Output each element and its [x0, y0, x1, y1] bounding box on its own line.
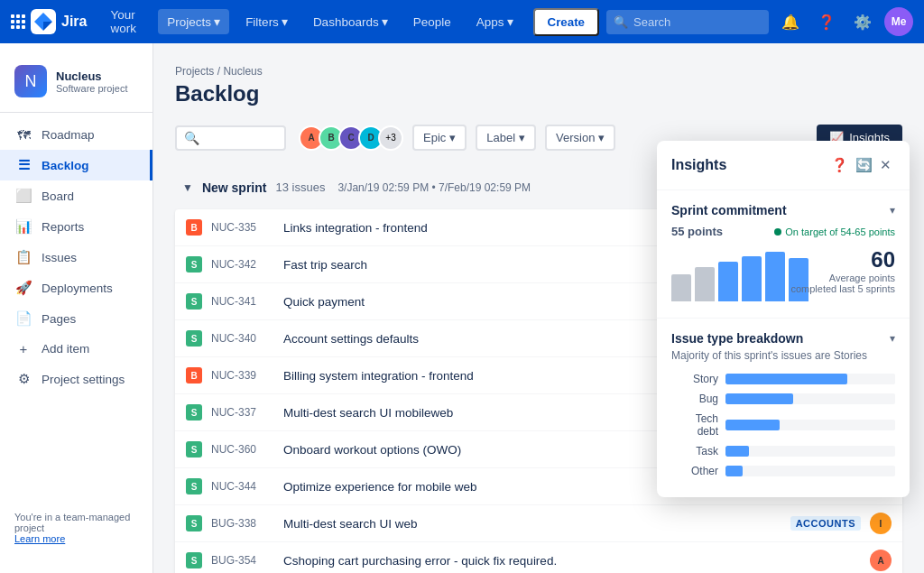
grid-icon [11, 14, 25, 29]
version-filter[interactable]: Version ▾ [545, 125, 615, 151]
breakdown-label-story: Story [671, 373, 718, 385]
on-target-label: On target of 54-65 points [774, 226, 895, 237]
version-filter-label: Version [556, 131, 595, 144]
help-icon[interactable]: ❓ [812, 7, 841, 36]
issue-type-icon: S [186, 515, 202, 531]
topnav-dashboards[interactable]: Dashboards ▾ [304, 9, 397, 34]
topnav-apps[interactable]: Apps ▾ [467, 9, 522, 34]
breakdown-bar-bg-other [725, 466, 895, 476]
sidebar-label-backlog: Backlog [42, 159, 89, 172]
backlog-search[interactable]: 🔍 [175, 125, 286, 151]
settings-nav-icon: ⚙ [14, 371, 32, 387]
sidebar-item-board[interactable]: ⬜ Board [0, 180, 152, 211]
issue-key: NUC-360 [211, 443, 274, 456]
breakdown-bar-task [725, 446, 749, 457]
breakdown-row-task: Task [671, 445, 895, 457]
breakdown-row-bug: Bug [671, 393, 895, 405]
issue-type-icon: S [186, 404, 202, 421]
breakdown-label-task: Task [671, 445, 718, 457]
topnav-filters[interactable]: Filters ▾ [236, 9, 297, 34]
sprint-dates: 3/Jan/19 02:59 PM • 7/Feb/19 02:59 PM [337, 181, 531, 194]
issue-key: NUC-342 [211, 258, 274, 271]
sprint-count: 13 issues [275, 180, 325, 194]
breakdown-bar-techdebt [725, 420, 780, 430]
insights-help-button[interactable]: ❓ [827, 153, 852, 177]
topnav-people[interactable]: People [404, 10, 460, 34]
issue-key: BUG-338 [211, 517, 274, 530]
breakdown-bar-other [725, 466, 743, 476]
breakdown-bar-bug [725, 393, 793, 404]
breakdown-bar-story [725, 374, 847, 384]
deployments-icon: 🚀 [14, 280, 32, 296]
issue-label: ACCOUNTS [790, 516, 861, 531]
sidebar-item-deployments[interactable]: 🚀 Deployments [0, 273, 152, 303]
issue-type-icon: S [186, 441, 202, 457]
avg-points-sublabel: completed last 5 sprints [790, 283, 895, 294]
app-layout: N Nucleus Software project 🗺 Roadmap ☰ B… [0, 0, 924, 573]
epic-chevron-icon: ▾ [449, 131, 456, 144]
sidebar-footer: You're in a team-managed project Learn m… [0, 497, 152, 559]
issue-title: Billing system integration - frontend [283, 369, 568, 383]
avg-points-label: Average points [790, 273, 895, 283]
issue-avatar: A [870, 550, 892, 571]
avg-points-num: 60 [790, 247, 895, 273]
breakdown-row-techdebt: Tech debt [671, 412, 895, 438]
avatar-group: A B C D +3 [299, 125, 403, 151]
sidebar-label-reports: Reports [42, 220, 84, 234]
breakdown-label-bug: Bug [671, 393, 718, 405]
label-chevron-icon: ▾ [519, 131, 525, 144]
sidebar-item-settings[interactable]: ⚙ Project settings [0, 364, 152, 394]
backlog-icon: ☰ [14, 157, 32, 173]
issue-type-icon: B [186, 219, 202, 236]
topnav-projects[interactable]: Projects ▾ [158, 9, 229, 34]
search-icon: 🔍 [614, 15, 628, 29]
search-input[interactable] [606, 10, 769, 34]
epic-filter[interactable]: Epic ▾ [412, 125, 467, 151]
table-row[interactable]: S BUG-354 Cshoping cart purchasing error… [175, 542, 902, 573]
settings-icon[interactable]: ⚙️ [848, 7, 877, 36]
issue-title: Multi-dest search UI web [283, 517, 781, 531]
issue-key: NUC-335 [211, 221, 274, 234]
points-label: 55 points [671, 225, 723, 238]
sidebar-label-settings: Project settings [42, 373, 125, 386]
sidebar-label-board: Board [42, 189, 74, 203]
board-icon: ⬜ [14, 188, 32, 204]
sidebar-project[interactable]: N Nucleus Software project [0, 58, 152, 113]
avatar-overflow[interactable]: +3 [378, 125, 403, 151]
table-row[interactable]: S BUG-338 Multi-dest search UI web ACCOU… [175, 505, 902, 542]
app-logo[interactable]: Jira [11, 9, 87, 34]
sidebar-label-issues: Issues [42, 251, 77, 264]
sidebar-label-deployments: Deployments [42, 282, 113, 295]
sidebar-item-reports[interactable]: 📊 Reports [0, 211, 152, 242]
breakdown-header: Issue type breakdown ▾ [671, 331, 895, 346]
backlog-search-input[interactable] [205, 131, 277, 144]
breadcrumb-projects[interactable]: Projects [175, 65, 214, 78]
issue-key: NUC-339 [211, 369, 274, 382]
bar-4 [742, 256, 762, 301]
sidebar-label-add: Add item [42, 342, 89, 356]
backlog-search-icon: 🔍 [184, 131, 199, 145]
topnav-filters-chevron: ▾ [282, 14, 288, 29]
create-button[interactable]: Create [533, 8, 600, 36]
topnav-yourwork[interactable]: Your work [101, 3, 151, 41]
sidebar-item-backlog[interactable]: ☰ Backlog [0, 150, 152, 180]
pages-icon: 📄 [14, 310, 32, 327]
commitment-row: 55 points On target of 54-65 points [671, 225, 895, 238]
jira-wordmark: Jira [61, 14, 87, 30]
sidebar-label-pages: Pages [42, 312, 76, 326]
learn-more-link[interactable]: Learn more [14, 533, 65, 544]
insights-close-button[interactable]: ✕ [876, 153, 895, 177]
sidebar-item-roadmap[interactable]: 🗺 Roadmap [0, 120, 152, 150]
on-target-dot [774, 228, 781, 236]
sidebar-item-pages[interactable]: 📄 Pages [0, 303, 152, 334]
insights-refresh-button[interactable]: 🔄 [852, 153, 876, 177]
issue-type-icon: S [186, 552, 202, 568]
user-avatar[interactable]: Me [884, 7, 913, 36]
sidebar-item-issues[interactable]: 📋 Issues [0, 242, 152, 273]
sidebar-item-add[interactable]: + Add item [0, 334, 152, 364]
notifications-icon[interactable]: 🔔 [776, 7, 805, 36]
issue-key: NUC-337 [211, 406, 274, 419]
topnav-projects-chevron: ▾ [214, 14, 220, 29]
breadcrumb-nucleus[interactable]: Nucleus [223, 65, 262, 78]
label-filter[interactable]: Label ▾ [476, 125, 536, 151]
